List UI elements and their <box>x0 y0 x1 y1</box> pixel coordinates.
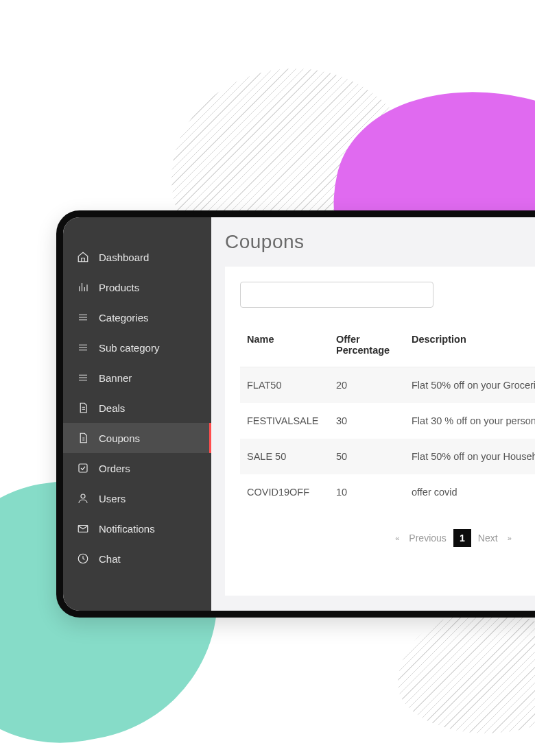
cell-offer: 50 <box>329 439 405 474</box>
app-container: Dashboard Products Categories Sub catego… <box>63 217 535 611</box>
cell-name: FLAT50 <box>240 367 329 404</box>
sidebar-item-label: Orders <box>99 463 130 474</box>
pagination-page-1[interactable]: 1 <box>453 529 471 547</box>
sidebar-item-dashboard[interactable]: Dashboard <box>63 242 211 272</box>
table-row[interactable]: FESTIVALSALE 30 Flat 30 % off on your pe… <box>240 403 535 439</box>
sidebar-item-label: Chat <box>99 553 121 565</box>
sidebar-item-chat[interactable]: Chat <box>63 544 211 574</box>
cell-name: FESTIVALSALE <box>240 403 329 439</box>
pagination-previous[interactable]: Previous <box>406 533 449 544</box>
cell-description: offer covid <box>405 474 535 510</box>
bar-chart-icon <box>77 281 89 293</box>
sidebar-item-label: Dashboard <box>99 252 149 263</box>
col-header-name[interactable]: Name <box>240 326 329 367</box>
sidebar-item-coupons[interactable]: Coupons <box>63 423 211 453</box>
sidebar-item-banner[interactable]: Banner <box>63 363 211 393</box>
search-input[interactable] <box>240 282 433 308</box>
cell-offer: 30 <box>329 403 405 439</box>
sidebar-item-users[interactable]: Users <box>63 483 211 513</box>
table-row[interactable]: SALE 50 50 Flat 50% off on your Househ <box>240 439 535 474</box>
sidebar-item-label: Deals <box>99 402 125 414</box>
sidebar-item-deals[interactable]: Deals <box>63 393 211 423</box>
col-header-offer[interactable]: Offer Percentage <box>329 326 405 367</box>
menu-icon <box>77 371 89 384</box>
table-header-row: Name Offer Percentage Description <box>240 326 535 367</box>
cell-offer: 20 <box>329 367 405 404</box>
sidebar-item-label: Sub category <box>99 342 159 354</box>
sidebar: Dashboard Products Categories Sub catego… <box>63 217 211 611</box>
sidebar-item-label: Notifications <box>99 523 155 535</box>
cell-name: SALE 50 <box>240 439 329 474</box>
cell-name: COVID19OFF <box>240 474 329 510</box>
table-row[interactable]: FLAT50 20 Flat 50% off on your Groceri <box>240 367 535 404</box>
sidebar-item-sub-category[interactable]: Sub category <box>63 332 211 363</box>
svg-rect-0 <box>79 464 87 472</box>
document-icon <box>77 402 89 414</box>
svg-point-1 <box>81 494 85 498</box>
cell-description: Flat 30 % off on your person <box>405 403 535 439</box>
pagination-next[interactable]: Next <box>475 533 501 544</box>
sidebar-item-orders[interactable]: Orders <box>63 453 211 483</box>
check-square-icon <box>77 462 89 474</box>
mail-icon <box>77 522 89 535</box>
cell-offer: 10 <box>329 474 405 510</box>
coupons-table: Name Offer Percentage Description FLAT50… <box>240 326 535 510</box>
main-content: Coupons Name Offer Percentage Descriptio… <box>211 217 535 611</box>
clock-icon <box>77 552 89 565</box>
sidebar-item-categories[interactable]: Categories <box>63 302 211 332</box>
sidebar-item-notifications[interactable]: Notifications <box>63 513 211 544</box>
cell-description: Flat 50% off on your Househ <box>405 439 535 474</box>
menu-icon <box>77 311 89 324</box>
sidebar-item-products[interactable]: Products <box>63 272 211 302</box>
tablet-frame: Dashboard Products Categories Sub catego… <box>56 210 535 618</box>
menu-icon <box>77 341 89 354</box>
col-header-description[interactable]: Description <box>405 326 535 367</box>
sidebar-item-label: Coupons <box>99 432 140 444</box>
page-title: Coupons <box>211 231 535 267</box>
cell-description: Flat 50% off on your Groceri <box>405 367 535 404</box>
user-icon <box>77 492 89 504</box>
content-panel: Name Offer Percentage Description FLAT50… <box>225 267 535 596</box>
coupon-icon <box>77 432 89 444</box>
chevron-first-icon[interactable]: « <box>392 534 402 542</box>
home-icon <box>77 251 89 263</box>
chevron-last-icon[interactable]: » <box>505 534 514 542</box>
sidebar-item-label: Banner <box>99 372 132 384</box>
sidebar-item-label: Categories <box>99 312 149 324</box>
sidebar-item-label: Products <box>99 282 139 293</box>
table-row[interactable]: COVID19OFF 10 offer covid <box>240 474 535 510</box>
decorative-stripes-bottom <box>398 610 535 733</box>
pagination: « Previous 1 Next » <box>240 529 535 547</box>
sidebar-item-label: Users <box>99 493 126 504</box>
